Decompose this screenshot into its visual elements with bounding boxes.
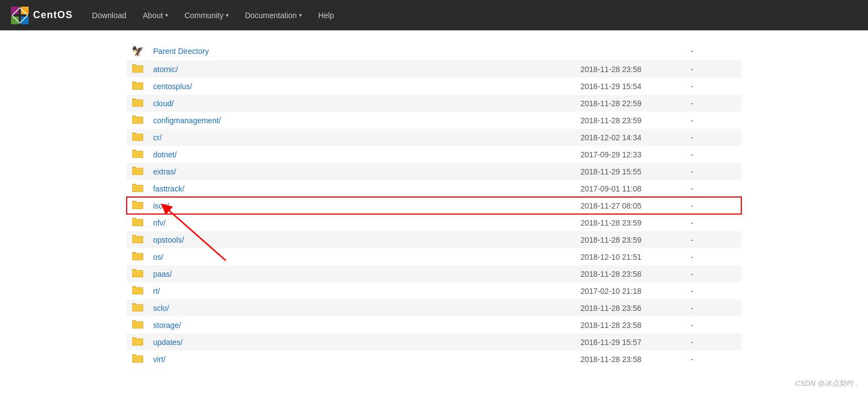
content-area: 🦅 Parent Directory - atomic/2018-11-28 2…	[0, 31, 868, 379]
file-link[interactable]: updates/	[153, 338, 183, 347]
svg-rect-31	[132, 134, 136, 135]
file-link[interactable]: paas/	[153, 270, 172, 278]
table-row: rt/2017-02-10 21:18-	[127, 282, 741, 299]
svg-rect-91	[132, 338, 136, 340]
folder-icon-cell	[127, 78, 149, 95]
folder-icon-cell	[127, 248, 149, 265]
folder-icon-cell	[127, 95, 149, 112]
table-row: atomic/2018-11-28 23:58-	[127, 61, 741, 78]
svg-rect-21	[132, 100, 136, 101]
file-name-cell[interactable]: opstools/	[149, 231, 576, 248]
file-name-cell[interactable]: virt/	[149, 351, 576, 368]
parent-dir-row: 🦅 Parent Directory -	[127, 42, 741, 61]
logo[interactable]: CentOS	[11, 7, 73, 24]
folder-icon-cell	[127, 231, 149, 248]
file-link[interactable]: dotnet/	[153, 150, 177, 159]
file-name-cell[interactable]: sclo/	[149, 299, 576, 316]
file-name-cell[interactable]: atomic/	[149, 61, 576, 78]
nav-download[interactable]: Download	[84, 0, 134, 30]
file-date: 2018-11-29 15:57	[576, 333, 686, 351]
file-date: 2018-11-28 23:58	[576, 316, 686, 333]
file-name-cell[interactable]: updates/	[149, 333, 576, 351]
file-link[interactable]: nfv/	[153, 218, 166, 227]
table-row: storage/2018-11-28 23:58-	[127, 316, 741, 333]
folder-icon-cell	[127, 163, 149, 180]
file-date: 2018-11-28 23:59	[576, 214, 686, 231]
file-link[interactable]: sclo/	[153, 304, 169, 313]
folder-icon	[132, 200, 143, 209]
file-size: -	[686, 180, 741, 197]
file-name-cell[interactable]: paas/	[149, 265, 576, 282]
parent-dir-link-cell[interactable]: Parent Directory	[149, 42, 576, 61]
file-size: -	[686, 299, 741, 316]
table-row: extras/2018-11-29 15:55-	[127, 163, 741, 180]
file-name-cell[interactable]: extras/	[149, 163, 576, 180]
file-link[interactable]: centosplus/	[153, 82, 192, 91]
file-name-cell[interactable]: dotnet/	[149, 146, 576, 163]
file-link[interactable]: isos/	[153, 201, 169, 210]
svg-rect-41	[132, 168, 136, 169]
file-size: -	[686, 61, 741, 78]
file-link[interactable]: extras/	[153, 167, 176, 176]
file-date: 2018-12-10 21:51	[576, 248, 686, 265]
svg-rect-61	[132, 236, 136, 238]
folder-icon	[132, 115, 143, 124]
parent-dir-link[interactable]: Parent Directory	[153, 47, 209, 56]
folder-icon	[132, 81, 143, 90]
file-date: 2018-11-28 23:56	[576, 299, 686, 316]
centos-logo-icon	[11, 7, 29, 24]
file-link[interactable]: os/	[153, 253, 164, 261]
file-name-cell[interactable]: os/	[149, 248, 576, 265]
file-link[interactable]: configmanagement/	[153, 116, 221, 125]
file-size: -	[686, 163, 741, 180]
parent-dir-icon: 🦅	[132, 46, 144, 57]
folder-icon-cell	[127, 180, 149, 197]
parent-dir-date	[576, 42, 686, 61]
folder-icon-cell	[127, 299, 149, 316]
nav-community[interactable]: Community ▾	[176, 0, 237, 30]
folder-icon	[132, 166, 143, 175]
main-nav: CentOS Download About ▾ Community ▾ Docu…	[0, 0, 868, 30]
table-row: nfv/2018-11-28 23:59-	[127, 214, 741, 231]
file-link[interactable]: opstools/	[153, 236, 184, 244]
file-date: 2018-11-27 08:05	[576, 197, 686, 214]
nav-about[interactable]: About ▾	[134, 0, 176, 30]
logo-text: CentOS	[33, 9, 73, 21]
documentation-chevron-icon: ▾	[299, 12, 302, 18]
parent-dir-icon-cell: 🦅	[127, 42, 149, 61]
file-link[interactable]: fasttrack/	[153, 184, 185, 193]
folder-icon	[132, 217, 143, 226]
file-name-cell[interactable]: cr/	[149, 129, 576, 146]
svg-rect-96	[132, 355, 136, 357]
folder-icon	[132, 337, 143, 346]
folder-icon-cell	[127, 265, 149, 282]
file-name-cell[interactable]: nfv/	[149, 214, 576, 231]
file-name-cell[interactable]: cloud/	[149, 95, 576, 112]
file-name-cell[interactable]: fasttrack/	[149, 180, 576, 197]
svg-rect-46	[132, 185, 136, 187]
folder-icon	[132, 132, 143, 141]
file-link[interactable]: virt/	[153, 355, 166, 364]
folder-icon-cell	[127, 129, 149, 146]
file-name-cell[interactable]: isos/	[149, 197, 576, 214]
nav-documentation[interactable]: Documentation ▾	[237, 0, 310, 30]
file-link[interactable]: storage/	[153, 321, 181, 330]
file-table: 🦅 Parent Directory - atomic/2018-11-28 2…	[127, 42, 741, 368]
svg-rect-81	[132, 304, 136, 306]
file-link[interactable]: cloud/	[153, 99, 173, 108]
file-name-cell[interactable]: centosplus/	[149, 78, 576, 95]
nav-help[interactable]: Help	[310, 0, 343, 30]
table-row: dotnet/2017-09-29 12:33-	[127, 146, 741, 163]
folder-icon-cell	[127, 316, 149, 333]
file-link[interactable]: atomic/	[153, 65, 178, 74]
file-date: 2018-11-29 15:55	[576, 163, 686, 180]
table-row: isos/2018-11-27 08:05-	[127, 197, 741, 214]
file-name-cell[interactable]: storage/	[149, 316, 576, 333]
table-row: virt/2018-11-28 23:58-	[127, 351, 741, 368]
file-size: -	[686, 78, 741, 95]
file-name-cell[interactable]: configmanagement/	[149, 112, 576, 129]
file-link[interactable]: cr/	[153, 133, 162, 142]
svg-rect-16	[132, 83, 136, 84]
file-link[interactable]: rt/	[153, 287, 160, 296]
file-name-cell[interactable]: rt/	[149, 282, 576, 299]
